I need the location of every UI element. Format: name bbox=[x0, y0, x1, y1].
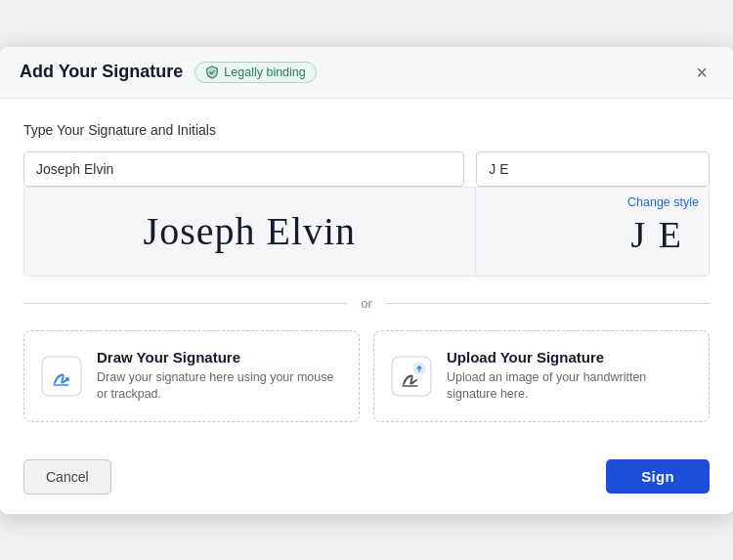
legally-binding-badge: Legally binding bbox=[194, 62, 316, 83]
section-label: Type Your Signature and Initials bbox=[23, 122, 710, 138]
or-divider: or bbox=[23, 296, 710, 311]
sign-button[interactable]: Sign bbox=[606, 459, 710, 494]
signature-preview-text: Joseph Elvin bbox=[144, 208, 357, 255]
or-text: or bbox=[347, 296, 386, 311]
preview-row: Joseph Elvin Change style J E bbox=[23, 187, 710, 277]
signature-preview: Joseph Elvin bbox=[24, 188, 476, 276]
close-button[interactable]: × bbox=[690, 61, 713, 84]
upload-signature-card[interactable]: Upload Your Signature Upload an image of… bbox=[373, 330, 710, 422]
options-row: Draw Your Signature Draw your signature … bbox=[23, 330, 710, 422]
change-style-link[interactable]: Change style bbox=[627, 195, 699, 209]
upload-icon-wrap bbox=[390, 355, 433, 398]
divider-line-left bbox=[23, 303, 347, 304]
signature-modal: Add Your Signature Legally binding × Typ… bbox=[0, 47, 733, 514]
draw-signature-card[interactable]: Draw Your Signature Draw your signature … bbox=[23, 330, 360, 422]
draw-signature-icon bbox=[41, 356, 82, 397]
shield-check-icon bbox=[205, 65, 219, 79]
initials-preview-text: J E bbox=[631, 213, 698, 268]
cancel-button[interactable]: Cancel bbox=[23, 459, 111, 495]
svg-rect-0 bbox=[42, 357, 81, 396]
modal-title: Add Your Signature bbox=[20, 62, 183, 82]
draw-option-desc: Draw your signature here using your mous… bbox=[97, 369, 343, 404]
upload-option-text: Upload Your Signature Upload an image of… bbox=[447, 349, 693, 404]
draw-option-title: Draw Your Signature bbox=[97, 349, 343, 366]
modal-footer: Cancel Sign bbox=[0, 446, 733, 514]
badge-label: Legally binding bbox=[224, 65, 305, 79]
signature-input[interactable] bbox=[23, 151, 464, 187]
draw-option-text: Draw Your Signature Draw your signature … bbox=[97, 349, 343, 404]
draw-icon-wrap bbox=[40, 355, 83, 398]
input-row bbox=[23, 151, 710, 187]
svg-point-1 bbox=[65, 377, 69, 381]
divider-line-right bbox=[386, 303, 710, 304]
modal-body: Type Your Signature and Initials Joseph … bbox=[0, 99, 733, 446]
upload-signature-icon bbox=[391, 356, 432, 397]
modal-header: Add Your Signature Legally binding × bbox=[0, 47, 733, 99]
upload-option-desc: Upload an image of your handwritten sign… bbox=[447, 369, 693, 404]
initials-input[interactable] bbox=[476, 151, 710, 187]
initials-preview: Change style J E bbox=[476, 188, 709, 276]
upload-option-title: Upload Your Signature bbox=[447, 349, 693, 366]
